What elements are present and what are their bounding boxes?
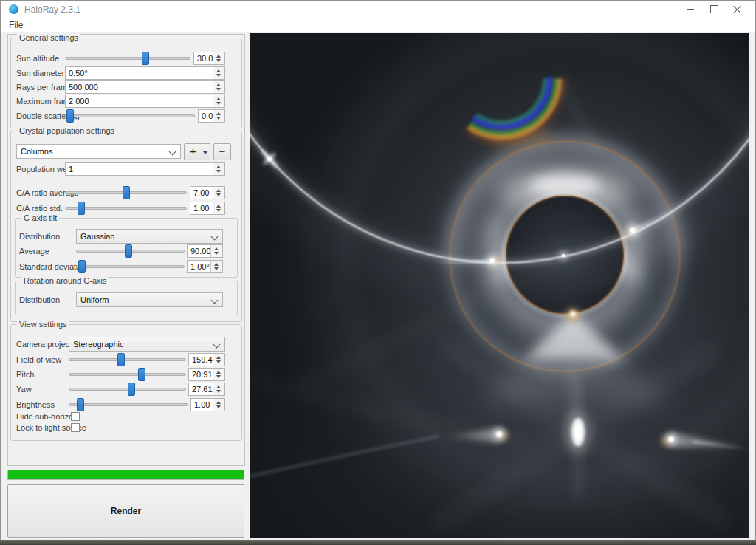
- spin-up-icon[interactable]: [216, 356, 221, 359]
- spin-down-icon[interactable]: [214, 252, 219, 255]
- ca-ratio-std-slider[interactable]: [65, 202, 187, 215]
- ca-ratio-std-label: C/A ratio std.: [16, 204, 63, 213]
- minimize-icon: [687, 9, 694, 10]
- app-icon: [9, 4, 18, 14]
- spin-down-icon[interactable]: [216, 405, 221, 408]
- spin-down-icon[interactable]: [214, 267, 219, 270]
- tilt-average-spinbox[interactable]: 90.00°: [187, 244, 223, 258]
- tilt-average-label: Average: [19, 247, 49, 256]
- render-button[interactable]: Render: [7, 484, 244, 538]
- spin-down-icon[interactable]: [216, 360, 221, 363]
- spin-down-icon[interactable]: [216, 88, 221, 91]
- tilt-std-slider-handle[interactable]: [78, 260, 86, 273]
- spin-down-icon[interactable]: [216, 59, 221, 62]
- pitch-slider[interactable]: [69, 368, 186, 381]
- field-of-view-slider[interactable]: [69, 353, 186, 366]
- rotation-distribution-select[interactable]: Uniform: [76, 292, 223, 307]
- spin-down-icon[interactable]: [216, 170, 221, 173]
- chevron-down-icon: [213, 341, 221, 349]
- spin-down-icon[interactable]: [216, 117, 221, 120]
- spin-up-icon[interactable]: [216, 189, 221, 192]
- double-scattering-slider[interactable]: [65, 109, 195, 123]
- lock-to-light-source-checkbox[interactable]: [71, 423, 80, 432]
- haloray-window: HaloRay 2.3.1 File General settings Sun …: [0, 0, 756, 545]
- pitch-spinbox[interactable]: 20.91°: [188, 368, 225, 381]
- rays-per-frame-label: Rays per frame: [16, 83, 72, 92]
- sun-altitude-spinbox[interactable]: 30.00°: [193, 52, 225, 65]
- render-progress-bar: [7, 470, 244, 480]
- title-bar[interactable]: HaloRay 2.3.1: [1, 1, 755, 17]
- ca-ratio-std-spinbox[interactable]: 1.00: [190, 202, 225, 215]
- double-scattering-spinbox[interactable]: 0.00: [198, 109, 225, 123]
- close-icon: [733, 4, 742, 13]
- spin-down-icon[interactable]: [216, 102, 221, 105]
- population-weight-spinbox[interactable]: 1: [65, 162, 225, 176]
- minimize-button[interactable]: [678, 1, 702, 17]
- double-scattering-slider-handle[interactable]: [66, 109, 74, 123]
- spin-down-icon[interactable]: [216, 74, 221, 77]
- spin-up-icon[interactable]: [216, 385, 221, 388]
- add-population-button[interactable]: +: [184, 143, 202, 160]
- hide-sub-horizon-label: Hide sub-horizon: [16, 412, 78, 421]
- spin-up-icon[interactable]: [216, 97, 221, 100]
- spin-up-icon[interactable]: [214, 263, 219, 266]
- spin-up-icon[interactable]: [216, 165, 221, 168]
- pitch-slider-handle[interactable]: [138, 368, 145, 381]
- spin-down-icon[interactable]: [216, 193, 221, 196]
- ca-ratio-average-slider[interactable]: [65, 186, 187, 199]
- spin-down-icon[interactable]: [216, 390, 221, 393]
- field-of-view-spinbox[interactable]: 159.43°: [188, 353, 225, 366]
- spin-up-icon[interactable]: [216, 55, 221, 58]
- field-of-view-slider-handle[interactable]: [117, 353, 125, 366]
- ca-ratio-average-slider-handle[interactable]: [123, 186, 130, 199]
- spin-up-icon[interactable]: [216, 69, 221, 72]
- spin-up-icon[interactable]: [216, 401, 221, 404]
- hide-sub-horizon-checkbox[interactable]: [71, 412, 80, 421]
- camera-projection-select[interactable]: Stereographic: [69, 337, 225, 352]
- yaw-slider-handle[interactable]: [128, 383, 135, 396]
- group-title: Rotation around C-axis: [21, 276, 109, 285]
- maximize-button[interactable]: [702, 1, 726, 17]
- chevron-down-icon: [211, 233, 219, 241]
- spin-down-icon[interactable]: [216, 209, 221, 212]
- remove-population-button[interactable]: −: [213, 143, 231, 160]
- menu-file[interactable]: File: [5, 19, 27, 31]
- tilt-average-slider-handle[interactable]: [125, 244, 132, 258]
- sun-altitude-slider[interactable]: [65, 52, 190, 65]
- brightness-label: Brightness: [16, 400, 55, 409]
- yaw-spinbox[interactable]: 27.61°: [188, 383, 225, 396]
- chevron-down-icon: [169, 148, 176, 156]
- brightness-spinbox[interactable]: 1.00: [190, 398, 225, 411]
- window-bottom-edge: [0, 540, 756, 545]
- render-viewport[interactable]: [250, 33, 749, 538]
- spin-up-icon[interactable]: [216, 205, 221, 208]
- tilt-distribution-select[interactable]: Gaussian: [76, 229, 223, 244]
- close-button[interactable]: [726, 1, 749, 17]
- brightness-slider[interactable]: [69, 398, 188, 411]
- yaw-slider[interactable]: [69, 383, 186, 396]
- tilt-average-slider[interactable]: [76, 244, 185, 258]
- spin-up-icon[interactable]: [216, 112, 221, 115]
- brightness-slider-handle[interactable]: [77, 398, 84, 411]
- group-title: Crystal population settings: [17, 126, 117, 135]
- sun-diameter-label: Sun diameter: [16, 69, 64, 78]
- ca-ratio-std-slider-handle[interactable]: [78, 202, 85, 215]
- maximize-icon: [710, 5, 718, 13]
- spin-up-icon[interactable]: [216, 371, 221, 374]
- sun-altitude-slider-handle[interactable]: [142, 52, 149, 65]
- sun-diameter-spinbox[interactable]: 0.50°: [65, 66, 225, 80]
- tilt-std-slider[interactable]: [76, 260, 185, 273]
- spin-down-icon[interactable]: [216, 375, 221, 378]
- rays-per-frame-spinbox[interactable]: 500 000: [65, 80, 225, 94]
- population-select[interactable]: Columns: [16, 144, 181, 159]
- tilt-std-spinbox[interactable]: 1.00°: [187, 260, 223, 273]
- add-population-dropdown[interactable]: [202, 143, 210, 160]
- spin-up-icon[interactable]: [214, 247, 219, 250]
- group-title: View settings: [17, 320, 69, 329]
- maximum-frames-spinbox[interactable]: 2 000: [65, 95, 225, 108]
- menu-bar: File: [1, 17, 755, 32]
- group-title: General settings: [17, 33, 80, 42]
- ca-ratio-average-spinbox[interactable]: 7.00: [190, 186, 225, 199]
- spin-up-icon[interactable]: [216, 83, 221, 86]
- tilt-distribution-label: Distribution: [19, 232, 60, 241]
